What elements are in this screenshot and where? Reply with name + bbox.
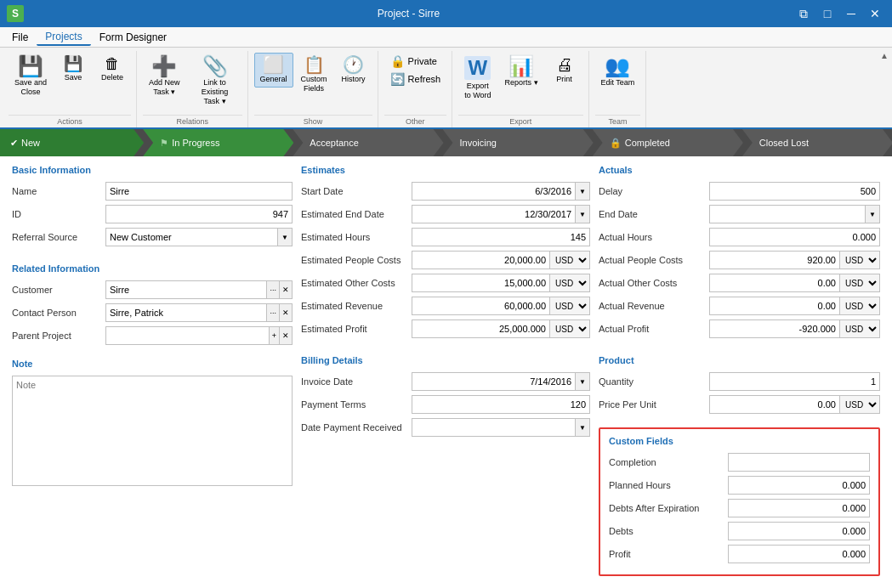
actual-revenue-currency[interactable]: USD (840, 297, 880, 315)
ribbon-section-other: 🔒 Private 🔄 Refresh Other (379, 51, 453, 127)
note-textarea[interactable] (12, 376, 293, 486)
general-button[interactable]: ⬜ General (254, 53, 293, 88)
estimated-hours-label: Estimated Hours (301, 232, 412, 242)
est-people-costs-currency[interactable]: USD (550, 251, 590, 269)
profit-input[interactable] (728, 545, 870, 563)
est-end-date-btn[interactable]: ▼ (576, 205, 590, 223)
team-buttons: 👥 Edit Team (595, 53, 641, 113)
step-acceptance[interactable]: Acceptance (293, 129, 443, 156)
show-buttons: ⬜ General 📋 CustomFields 🕐 History (254, 53, 372, 113)
customer-input[interactable] (105, 280, 267, 299)
est-profit-currency[interactable]: USD (550, 319, 590, 338)
est-people-costs-input[interactable] (412, 251, 550, 269)
step-in-progress[interactable]: ⚑ In Progress (143, 129, 293, 156)
actual-people-costs-input[interactable] (709, 251, 840, 269)
refresh-button[interactable]: 🔄 Refresh (384, 71, 447, 88)
restore-btn[interactable]: ⧉ (793, 5, 814, 22)
ribbon-collapse-btn[interactable]: ▲ (880, 51, 889, 60)
invoice-date-wrap: ▼ (412, 372, 590, 391)
parent-add-btn[interactable]: + (270, 326, 280, 345)
estimated-hours-input[interactable] (412, 228, 590, 246)
est-revenue-input[interactable] (412, 297, 550, 315)
customer-clear-btn[interactable]: ✕ (280, 280, 293, 299)
actual-profit-input[interactable] (709, 319, 840, 338)
related-info-title: Related Information (12, 263, 293, 274)
start-date-btn[interactable]: ▼ (576, 182, 590, 201)
link-existing-task-button[interactable]: 📎 Link toExisting Task ▾ (188, 53, 242, 109)
edit-team-button[interactable]: 👥 Edit Team (595, 53, 641, 91)
price-per-unit-input[interactable] (709, 395, 840, 414)
save-button[interactable]: 💾 Save (54, 53, 92, 86)
history-button[interactable]: 🕐 History (335, 53, 372, 88)
custom-fields-box: Custom Fields Completion Planned Hours D… (599, 427, 880, 576)
menu-file[interactable]: File (3, 30, 37, 45)
col-2: Estimates Start Date ▼ Estimated End Dat… (301, 165, 590, 576)
invoice-date-btn[interactable]: ▼ (576, 372, 590, 391)
reports-button[interactable]: 📊 Reports ▾ (499, 53, 544, 91)
private-button[interactable]: 🔒 Private (384, 53, 443, 70)
save-close-button[interactable]: 💾 Save andClose (9, 53, 53, 100)
date-payment-received-input[interactable] (412, 418, 576, 437)
actual-revenue-input[interactable] (709, 297, 840, 315)
date-payment-received-btn[interactable]: ▼ (576, 418, 590, 437)
step-completed[interactable]: 🔒 Completed (593, 129, 743, 156)
parent-clear-btn[interactable]: ✕ (280, 326, 293, 345)
actual-other-costs-currency[interactable]: USD (840, 274, 880, 292)
close-btn[interactable]: ✕ (865, 5, 885, 22)
invoice-date-input[interactable] (412, 372, 576, 391)
end-date-input[interactable] (709, 205, 866, 223)
actual-hours-input[interactable] (709, 228, 880, 246)
add-new-task-button[interactable]: ➕ Add NewTask ▾ (143, 53, 186, 100)
actual-profit-currency[interactable]: USD (840, 319, 880, 338)
est-other-costs-currency[interactable]: USD (550, 274, 590, 292)
quantity-input[interactable] (709, 372, 880, 391)
minimize-btn[interactable]: ─ (841, 5, 861, 22)
id-input[interactable] (105, 205, 293, 223)
step-new[interactable]: ✔ New (0, 129, 144, 156)
end-date-btn[interactable]: ▼ (866, 205, 880, 223)
referral-input[interactable] (105, 228, 278, 246)
start-date-group: Start Date ▼ (301, 182, 590, 201)
referral-dropdown-btn[interactable]: ▼ (278, 228, 293, 246)
contact-clear-btn[interactable]: ✕ (280, 303, 293, 322)
menu-bar: File Projects Form Designer (0, 27, 892, 48)
start-date-input[interactable] (412, 182, 576, 201)
actual-other-costs-input[interactable] (709, 274, 840, 292)
step-closed-lost[interactable]: Closed Lost (742, 129, 892, 156)
contact-input[interactable] (105, 303, 267, 322)
print-button[interactable]: 🖨 Print (546, 53, 583, 88)
export-word-button[interactable]: W Exportto Word (458, 53, 497, 104)
delete-button[interactable]: 🗑 Delete (94, 53, 131, 86)
profit-group: Profit (609, 545, 870, 563)
est-revenue-currency[interactable]: USD (550, 297, 590, 315)
contact-more-btn[interactable]: ··· (267, 303, 280, 322)
estimated-end-date-input[interactable] (412, 205, 576, 223)
debts-input[interactable] (728, 522, 870, 540)
name-input[interactable] (105, 182, 293, 201)
debts-group: Debts (609, 522, 870, 540)
invoice-date-label: Invoice Date (301, 376, 412, 387)
show-label: Show (254, 115, 372, 126)
payment-terms-input[interactable] (412, 395, 590, 414)
menu-form-designer[interactable]: Form Designer (91, 30, 175, 45)
price-per-unit-currency[interactable]: USD (840, 395, 880, 414)
est-profit-input[interactable] (412, 319, 550, 338)
parent-project-input[interactable] (105, 326, 270, 345)
planned-hours-input[interactable] (728, 476, 870, 495)
estimates-title: Estimates (301, 165, 590, 175)
est-other-costs-input[interactable] (412, 274, 550, 292)
id-group: ID (12, 205, 293, 223)
relations-buttons: ➕ Add NewTask ▾ 📎 Link toExisting Task ▾ (143, 53, 242, 113)
completion-input[interactable] (728, 453, 870, 472)
ribbon-section-team: 👥 Edit Team Team (590, 51, 647, 127)
step-invoicing[interactable]: Invoicing (443, 129, 594, 156)
maximize-btn[interactable]: □ (817, 5, 838, 22)
save-icon: 💾 (64, 56, 82, 71)
debts-after-expiration-input[interactable] (728, 499, 870, 517)
actual-people-costs-currency[interactable]: USD (840, 251, 880, 269)
delay-input[interactable] (709, 182, 880, 201)
menu-projects[interactable]: Projects (37, 29, 90, 46)
customer-more-btn[interactable]: ··· (267, 280, 280, 299)
ribbon-section-show: ⬜ General 📋 CustomFields 🕐 History Show (249, 51, 378, 127)
custom-fields-button[interactable]: 📋 CustomFields (295, 53, 333, 97)
